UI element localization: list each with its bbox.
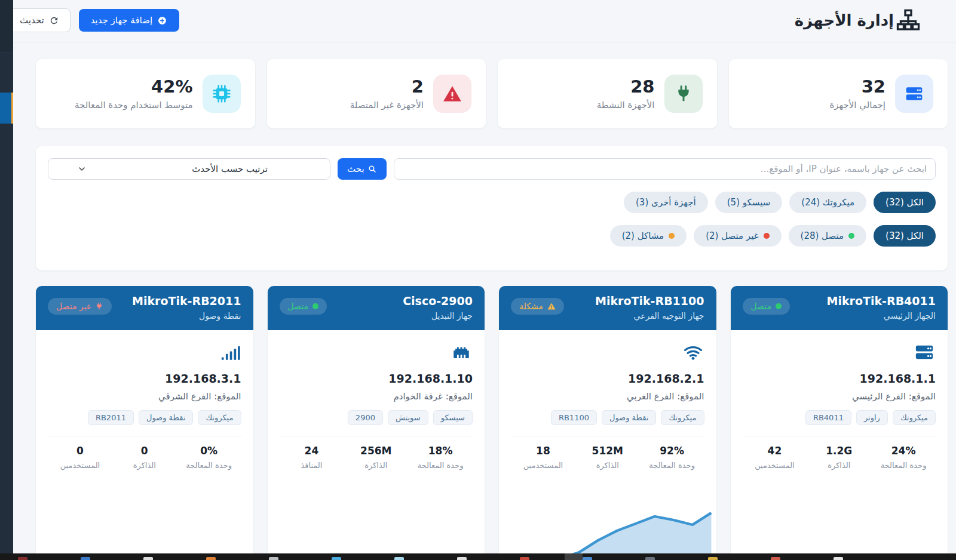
- filter-chip-mikrotik[interactable]: ميكروتك (24): [789, 192, 866, 213]
- sort-select[interactable]: ترتيب حسب الأحدث: [48, 158, 330, 180]
- chip-label: غير متصل (2): [706, 230, 758, 241]
- device-role: جهاز التوجيه الفرعي: [595, 311, 704, 321]
- filter-chip-online[interactable]: متصل (28): [789, 225, 867, 247]
- warning-triangle-icon: [443, 84, 462, 103]
- stat-card-offline-devices: 2 الأجهزة غير المتصلة: [267, 59, 486, 128]
- device-tag: RB1100: [551, 410, 597, 425]
- device-card-body: 192.168.3.1 الموقع: الفرع الشرقي ميكروتك…: [36, 330, 253, 560]
- stat-label: الذاكرة: [575, 461, 640, 470]
- server-icon: [913, 342, 936, 362]
- device-ip: 192.168.3.1: [48, 372, 241, 385]
- tag-row: ميكروتك نقطة وصول RB1100: [511, 410, 704, 425]
- device-tag: نقطة وصول: [139, 410, 193, 425]
- cpu-usage-sparkline: [504, 501, 712, 560]
- taskbar-icon-sliver[interactable]: [583, 557, 592, 560]
- status-label: متصل: [751, 301, 771, 311]
- device-name: MikroTik-RB4011: [827, 294, 936, 307]
- tag-row: سيسكو سويتش 2900: [280, 410, 473, 425]
- taskbar-icon-sliver[interactable]: [18, 557, 27, 560]
- search-icon: [367, 164, 377, 174]
- stat-value: 42: [743, 445, 807, 457]
- search-input[interactable]: [394, 158, 936, 180]
- device-location: الموقع: الفرع الرئيسي: [743, 391, 936, 402]
- stat-label: المستخدمين: [743, 461, 807, 470]
- status-label: متصل: [288, 301, 308, 311]
- device-card-cisco2900[interactable]: Cisco-2900 جهاز التبديل متصل 192.168.1.1…: [268, 286, 485, 560]
- search-button[interactable]: بحث: [338, 158, 387, 180]
- refresh-button[interactable]: تحديث: [8, 8, 71, 32]
- chip-label: أجهزة أخرى (3): [636, 197, 696, 208]
- problem-dot: [669, 233, 675, 239]
- stat-label: وحدة المعالجة: [640, 461, 704, 470]
- chip-label: ميكروتك (24): [801, 197, 854, 208]
- filter-chip-all-types[interactable]: الكل (32): [874, 192, 936, 213]
- stat-value: 2: [350, 77, 424, 97]
- title-wrap: إدارة الأجهزة: [795, 8, 920, 32]
- taskbar-icon-sliver[interactable]: [520, 557, 529, 560]
- devices-grid: MikroTik-RB4011 الجهاز الرئيسي متصل: [36, 286, 948, 560]
- taskbar-icon-sliver[interactable]: [457, 557, 467, 560]
- stat-card-avg-cpu: 42% متوسط استخدام وحدة المعالجة: [36, 59, 255, 128]
- device-card-body: 192.168.1.1 الموقع: الفرع الرئيسي ميكروت…: [731, 330, 948, 560]
- plug-icon: [674, 84, 693, 103]
- device-card-rb1100[interactable]: MikroTik-RB1100 جهاز التوجيه الفرعي مشكل…: [499, 286, 716, 560]
- filter-chip-other-devices[interactable]: أجهزة أخرى (3): [624, 192, 708, 213]
- taskbar-icon-sliver[interactable]: [332, 557, 341, 560]
- type-filter-row: الكل (32) ميكروتك (24) سيسكو (5) أجهزة أ…: [48, 192, 936, 213]
- plus-circle-icon: [157, 16, 167, 26]
- device-stats-row: 18%وحدة المعالجة 256Mالذاكرة 24المنافذ: [280, 436, 473, 470]
- scrollbar-track[interactable]: [0, 0, 13, 560]
- device-tag: ميكروتك: [893, 410, 936, 425]
- sort-selected-option: ترتيب حسب الأحدث: [192, 164, 268, 174]
- taskbar-icon-sliver[interactable]: [771, 557, 780, 560]
- stat-value: 32: [829, 77, 885, 97]
- filter-chip-cisco[interactable]: سيسكو (5): [715, 192, 783, 213]
- device-name: MikroTik-RB1100: [595, 294, 704, 307]
- online-dot: [312, 303, 318, 309]
- server-icon: [905, 84, 924, 103]
- stat-label: الأجهزة النشطة: [597, 100, 655, 110]
- device-role: الجهاز الرئيسي: [827, 311, 936, 321]
- device-stats-row: 24%وحدة المعالجة 1.2Gالذاكرة 42المستخدمي…: [743, 436, 936, 470]
- app-header: إدارة الأجهزة إضافة جهاز جديد تحديث: [0, 0, 956, 42]
- filter-chip-problems[interactable]: مشاكل (2): [610, 225, 687, 247]
- taskbar-icon-sliver[interactable]: [206, 557, 216, 560]
- stat-label: إجمالي الأجهزة: [829, 100, 885, 110]
- warning-triangle-icon: [547, 302, 556, 310]
- taskbar-active-slot: [565, 553, 583, 560]
- device-tag: RB2011: [88, 410, 134, 425]
- taskbar-icon-sliver[interactable]: [708, 557, 718, 560]
- scrollbar-thumb[interactable]: [0, 93, 13, 124]
- page-title: إدارة الأجهزة: [795, 11, 894, 29]
- device-tag: RB4011: [805, 410, 851, 425]
- taskbar-icon-sliver[interactable]: [394, 557, 404, 560]
- filter-chip-offline[interactable]: غير متصل (2): [694, 225, 781, 247]
- device-card-rb2011[interactable]: MikroTik-RB2011 نقطة وصول غير متصل: [36, 286, 253, 560]
- taskbar-icon-sliver[interactable]: [81, 557, 90, 560]
- taskbar-icon-sliver[interactable]: [143, 557, 153, 560]
- signal-bars-icon: [219, 342, 241, 362]
- stat-value: 18: [511, 445, 575, 457]
- taskbar-icon-sliver[interactable]: [269, 557, 278, 560]
- device-card-body: 192.168.1.10 الموقع: غرفة الخوادم سيسكو …: [268, 330, 485, 560]
- taskbar-icon-sliver[interactable]: [645, 557, 655, 560]
- device-tag: 2900: [348, 410, 383, 425]
- search-filter-panel: بحث ترتيب حسب الأحدث الكل (32) ميكروتك (…: [36, 146, 948, 270]
- device-tag: نقطة وصول: [602, 410, 656, 425]
- device-tag: ميكروتك: [198, 410, 241, 425]
- device-card-rb4011[interactable]: MikroTik-RB4011 الجهاز الرئيسي متصل: [731, 286, 948, 560]
- stats-row: 32 إجمالي الأجهزة 28 الأجهزة النشطة: [36, 59, 948, 128]
- stat-label: الذاكرة: [344, 461, 408, 470]
- status-filter-row: الكل (32) متصل (28) غير متصل (2) مشاكل (…: [48, 225, 936, 247]
- stat-card-active-devices: 28 الأجهزة النشطة: [498, 59, 717, 128]
- taskbar[interactable]: [0, 553, 956, 560]
- status-label: غير متصل: [56, 301, 91, 311]
- stat-value: 0: [48, 445, 112, 457]
- taskbar-icon-sliver[interactable]: [834, 557, 843, 560]
- device-card-header: MikroTik-RB1100 جهاز التوجيه الفرعي مشكل…: [499, 286, 716, 330]
- stat-label: الأجهزة غير المتصلة: [350, 100, 424, 110]
- stat-value: 24%: [871, 445, 936, 457]
- filter-chip-all-statuses[interactable]: الكل (32): [874, 225, 936, 247]
- online-dot: [848, 233, 854, 239]
- add-device-button[interactable]: إضافة جهاز جديد: [79, 9, 179, 32]
